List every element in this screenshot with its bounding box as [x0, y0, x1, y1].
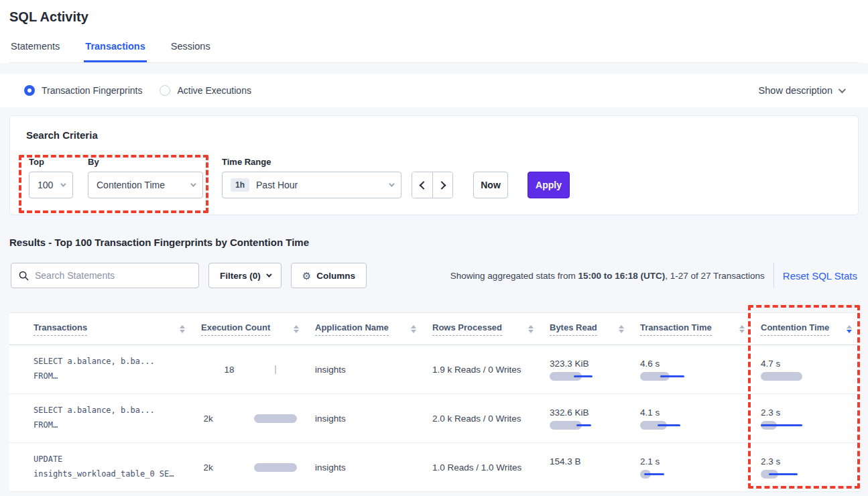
search-input[interactable]	[35, 270, 182, 281]
radio-label: Transaction Fingerprints	[42, 85, 142, 96]
by-select-value: Contention Time	[97, 180, 165, 190]
execution-count-bar	[275, 365, 276, 374]
sort-icon[interactable]	[411, 325, 416, 333]
chevron-right-icon	[438, 181, 446, 190]
radio-active-executions[interactable]: Active Executions	[160, 85, 251, 96]
previous-range-button[interactable]	[412, 172, 432, 198]
tab-statements[interactable]: Statements	[9, 41, 61, 62]
results-heading: Results - Top 100 Transaction Fingerprin…	[9, 237, 859, 248]
chevron-down-icon	[190, 181, 196, 186]
tab-sessions[interactable]: Sessions	[170, 41, 212, 62]
transaction-time-bar	[640, 470, 707, 479]
by-select[interactable]: Contention Time	[88, 172, 203, 198]
columns-label: Columns	[316, 271, 355, 281]
time-range-select[interactable]: 1h Past Hour	[222, 172, 401, 198]
execution-count-bar	[254, 414, 297, 423]
chevron-down-icon	[389, 181, 394, 186]
view-toggle-band: Transaction Fingerprints Active Executio…	[0, 74, 868, 107]
time-range-field: Time Range 1h Past Hour	[203, 157, 401, 198]
reset-sql-stats-link[interactable]: Reset SQL Stats	[783, 270, 857, 282]
search-box[interactable]	[11, 263, 199, 288]
column-header-application-name[interactable]: Application Name	[306, 313, 423, 345]
sort-icon-active[interactable]	[847, 325, 852, 333]
bytes-read-bar	[550, 421, 617, 430]
radio-transaction-fingerprints[interactable]: Transaction Fingerprints	[24, 85, 142, 96]
execution-count-bar	[254, 463, 297, 472]
transaction-time-cell: 4.1 s	[631, 394, 751, 442]
transaction-time-bar	[640, 421, 707, 430]
application-name-cell: insights	[306, 394, 423, 442]
bytes-read-cell: 332.6 KiB	[540, 394, 631, 442]
transaction-time-bar	[640, 372, 707, 381]
radio-unselected-icon[interactable]	[160, 85, 170, 96]
table-row: UPDATE insights_workload_table_0 SE… 2k …	[9, 443, 859, 492]
show-description-toggle[interactable]: Show description	[759, 85, 844, 96]
transaction-time-cell: 4.6 s	[631, 345, 751, 393]
chevron-down-icon	[60, 181, 66, 186]
execution-count-cell: 2k	[192, 443, 306, 491]
filters-label: Filters (0)	[220, 271, 261, 281]
contention-time-bar	[761, 372, 828, 381]
rows-processed-cell: 2.0 k Reads / 0 Writes	[423, 394, 540, 442]
page-header: SQL Activity Statements Transactions Ses…	[0, 0, 868, 63]
time-nav-group	[412, 172, 453, 198]
column-header-transaction-time[interactable]: Transaction Time	[631, 313, 751, 345]
search-criteria-heading: Search Criteria	[26, 129, 842, 141]
now-button[interactable]: Now	[473, 172, 508, 198]
execution-count-cell: 18	[192, 345, 306, 393]
contention-time-bar	[761, 421, 828, 430]
transaction-cell[interactable]: SELECT a.balance, b.ba... FROM…	[9, 394, 192, 442]
sort-icon[interactable]	[294, 325, 299, 333]
application-name-cell: insights	[306, 345, 423, 393]
transaction-cell[interactable]: SELECT a.balance, b.ba... FROM…	[9, 345, 192, 393]
next-range-button[interactable]	[432, 172, 452, 198]
column-header-rows-processed[interactable]: Rows Processed	[423, 313, 540, 345]
contention-time-cell: 2.3 s	[751, 394, 859, 442]
column-header-transactions[interactable]: Transactions	[9, 313, 192, 345]
chevron-down-icon	[266, 271, 271, 277]
transaction-time-cell: 2.1 s	[631, 443, 751, 491]
radio-label: Active Executions	[177, 85, 251, 96]
time-range-badge: 1h	[231, 178, 249, 192]
bytes-read-cell: 323.3 KiB	[540, 345, 631, 393]
rows-processed-cell: 1.0 Reads / 1.0 Writes	[423, 443, 540, 491]
sort-icon[interactable]	[619, 325, 624, 333]
bytes-read-cell: 154.3 B	[540, 443, 631, 491]
top-field: Top 100	[29, 157, 73, 198]
sort-icon[interactable]	[180, 325, 185, 333]
radio-selected-icon[interactable]	[24, 85, 35, 96]
column-header-execution-count[interactable]: Execution Count	[192, 313, 306, 345]
top-label: Top	[29, 157, 73, 167]
rows-processed-cell: 1.9 k Reads / 0 Writes	[423, 345, 540, 393]
tab-transactions[interactable]: Transactions	[84, 41, 146, 62]
columns-button[interactable]: ⚙ Columns	[291, 263, 367, 288]
sort-icon[interactable]	[528, 325, 534, 333]
search-criteria-card: Search Criteria Top 100 By Contention Ti…	[9, 115, 859, 215]
application-name-cell: insights	[306, 443, 423, 491]
apply-button[interactable]: Apply	[528, 172, 570, 198]
table-row: SELECT a.balance, b.ba... FROM… 18 insig…	[9, 345, 859, 394]
top-select[interactable]: 100	[29, 172, 73, 198]
sort-icon[interactable]	[739, 325, 745, 333]
stats-area: Showing aggregated stats from 15:00 to 1…	[450, 263, 857, 288]
page-title: SQL Activity	[9, 9, 859, 25]
gear-icon: ⚙	[302, 271, 311, 281]
by-label: By	[88, 157, 203, 167]
transactions-table: Transactions Execution Count Application…	[9, 312, 859, 492]
contention-time-bar	[761, 470, 828, 479]
chevron-left-icon	[419, 181, 428, 190]
by-field: By Contention Time	[73, 157, 203, 198]
results-controls-row: Filters (0) ⚙ Columns Showing aggregated…	[11, 263, 857, 288]
table-header-row: Transactions Execution Count Application…	[9, 313, 859, 345]
transaction-cell[interactable]: UPDATE insights_workload_table_0 SE…	[9, 443, 192, 491]
search-criteria-row: Top 100 By Contention Time Time Range 1h…	[26, 157, 842, 198]
time-range-label: Time Range	[222, 157, 401, 167]
column-header-bytes-read[interactable]: Bytes Read	[540, 313, 631, 345]
table-row: SELECT a.balance, b.ba... FROM… 2k insig…	[9, 394, 859, 443]
filters-button[interactable]: Filters (0)	[208, 263, 282, 288]
bytes-read-bar	[550, 470, 617, 479]
execution-count-cell: 2k	[192, 394, 306, 442]
column-header-contention-time[interactable]: Contention Time	[751, 313, 859, 345]
contention-time-cell: 2.3 s	[751, 443, 859, 491]
search-icon	[19, 271, 29, 281]
